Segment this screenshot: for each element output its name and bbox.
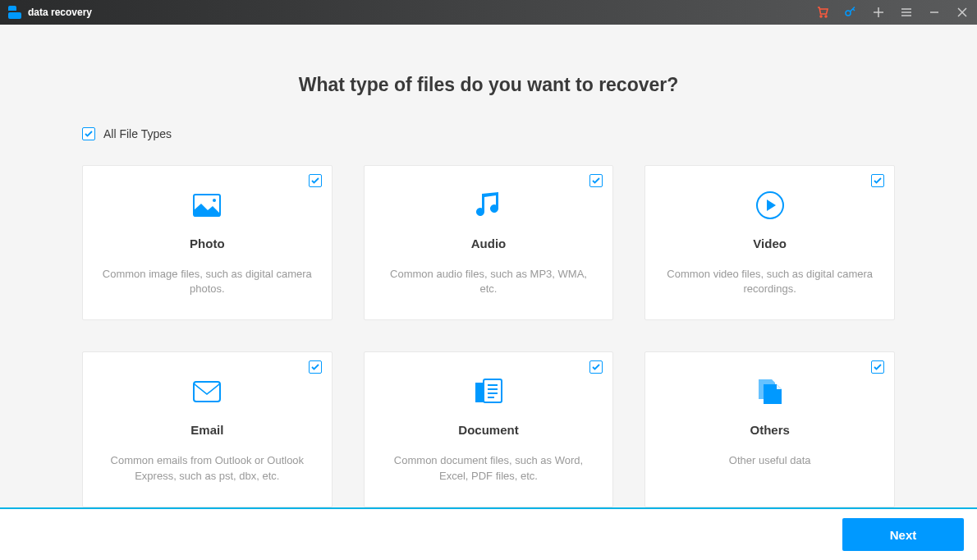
files-icon <box>756 375 784 408</box>
email-icon <box>193 375 221 408</box>
card-audio[interactable]: Audio Common audio files, such as MP3, W… <box>364 165 614 320</box>
card-desc: Common image files, such as digital came… <box>99 267 315 296</box>
key-icon[interactable] <box>844 6 857 19</box>
svg-point-4 <box>213 199 216 202</box>
all-types-checkbox[interactable] <box>82 127 95 140</box>
card-document[interactable]: Document Common document files, such as … <box>364 351 614 507</box>
app-icon <box>8 6 21 19</box>
minimize-icon[interactable] <box>928 6 941 19</box>
card-title: Video <box>753 236 787 250</box>
plus-icon[interactable] <box>872 6 885 19</box>
card-title: Audio <box>471 236 507 250</box>
svg-point-0 <box>820 16 822 17</box>
svg-rect-6 <box>194 382 220 402</box>
card-title: Document <box>458 423 518 437</box>
audio-icon <box>476 189 501 222</box>
document-icon <box>474 375 503 408</box>
card-checkbox[interactable] <box>309 174 322 187</box>
card-desc: Common document files, such as Word, Exc… <box>381 453 597 483</box>
footer: Next <box>0 507 977 560</box>
image-icon <box>193 189 221 222</box>
card-desc: Common audio files, such as MP3, WMA, et… <box>381 267 597 296</box>
svg-point-2 <box>846 11 851 16</box>
next-button[interactable]: Next <box>842 518 964 551</box>
svg-point-1 <box>825 16 827 17</box>
card-checkbox[interactable] <box>871 360 884 374</box>
close-icon[interactable] <box>956 6 969 19</box>
all-types-label: All File Types <box>103 127 172 140</box>
card-desc: Other useful data <box>729 453 811 468</box>
card-checkbox[interactable] <box>589 174 603 187</box>
card-checkbox[interactable] <box>589 360 603 374</box>
card-desc: Common video files, such as digital came… <box>662 267 878 296</box>
svg-rect-7 <box>484 379 502 402</box>
app-title: data recovery <box>28 7 92 18</box>
card-photo[interactable]: Photo Common image files, such as digita… <box>82 165 333 320</box>
card-title: Email <box>190 423 223 437</box>
card-title: Photo <box>190 236 225 250</box>
card-video[interactable]: Video Common video files, such as digita… <box>644 165 895 320</box>
card-checkbox[interactable] <box>309 360 322 374</box>
menu-icon[interactable] <box>900 6 913 19</box>
cart-icon[interactable] <box>816 6 829 19</box>
video-icon <box>755 189 785 222</box>
card-desc: Common emails from Outlook or Outlook Ex… <box>99 453 315 483</box>
card-title: Others <box>750 423 789 437</box>
titlebar: data recovery <box>0 0 977 25</box>
card-email[interactable]: Email Common emails from Outlook or Outl… <box>82 351 333 507</box>
card-others[interactable]: Others Other useful data <box>644 351 895 507</box>
page-title: What type of files do you want to recove… <box>82 74 895 96</box>
card-checkbox[interactable] <box>871 174 884 187</box>
